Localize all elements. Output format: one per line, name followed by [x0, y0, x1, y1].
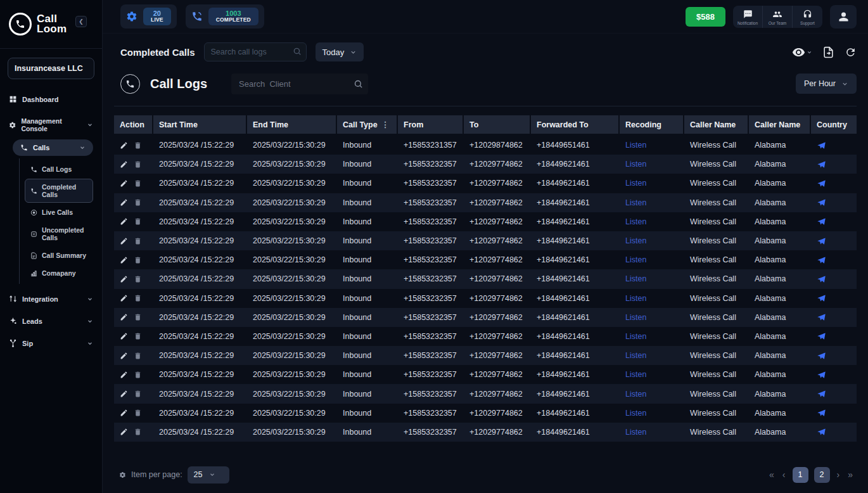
sidebar-item-leads[interactable]: Leads — [0, 310, 102, 332]
edit-icon[interactable] — [120, 275, 128, 283]
previous-page-button[interactable]: ‹ — [781, 470, 787, 480]
listen-link[interactable]: Listen — [620, 255, 684, 264]
delete-icon[interactable] — [134, 141, 142, 150]
page-1-button[interactable]: 1 — [793, 467, 808, 483]
listen-link[interactable]: Listen — [620, 313, 684, 322]
delete-icon[interactable] — [134, 237, 142, 245]
country-bird-icon[interactable] — [817, 179, 826, 188]
last-page-button[interactable]: » — [846, 470, 854, 480]
search-client-input[interactable] — [231, 74, 368, 94]
delete-icon[interactable] — [134, 294, 142, 302]
our-team-button[interactable]: Our Team — [763, 6, 793, 28]
delete-icon[interactable] — [134, 409, 142, 417]
sidebar-item-dashboard[interactable]: Dashboard — [0, 88, 102, 110]
sidebar-collapse-icon[interactable]: ❮ — [75, 16, 87, 27]
country-bird-icon[interactable] — [817, 312, 826, 322]
column-menu-icon[interactable]: ⋮ — [381, 120, 390, 129]
delete-icon[interactable] — [134, 160, 142, 169]
sidebar-item-call-summary[interactable]: Call Summary — [25, 247, 93, 264]
listen-link[interactable]: Listen — [620, 274, 684, 283]
sidebar-item-integration[interactable]: Integration — [0, 288, 102, 310]
edit-icon[interactable] — [120, 352, 128, 360]
delete-icon[interactable] — [134, 332, 142, 340]
country-bird-icon[interactable] — [817, 389, 826, 399]
delete-icon[interactable] — [134, 428, 142, 436]
delete-icon[interactable] — [134, 256, 142, 264]
page-2-button[interactable]: 2 — [814, 467, 830, 483]
listen-link[interactable]: Listen — [620, 160, 684, 169]
edit-icon[interactable] — [120, 313, 128, 321]
live-calls-badge[interactable]: 20 LIVE — [120, 4, 177, 29]
listen-link[interactable]: Listen — [620, 236, 684, 245]
sidebar-item-company[interactable]: Comapany — [25, 265, 93, 281]
country-bird-icon[interactable] — [817, 351, 826, 361]
country-bird-icon[interactable] — [817, 293, 826, 303]
country-bird-icon[interactable] — [817, 408, 826, 418]
completed-calls-badge[interactable]: 1003 COMPLETED — [186, 4, 264, 29]
balance-button[interactable]: $588 — [686, 7, 725, 27]
delete-icon[interactable] — [134, 179, 142, 188]
interval-filter-dropdown[interactable]: Per Hour — [796, 74, 857, 94]
delete-icon[interactable] — [134, 198, 142, 207]
edit-icon[interactable] — [120, 141, 128, 150]
listen-link[interactable]: Listen — [620, 332, 684, 341]
delete-icon[interactable] — [134, 275, 142, 283]
visibility-toggle-button[interactable] — [792, 46, 812, 59]
refresh-button[interactable] — [845, 46, 857, 58]
edit-icon[interactable] — [120, 409, 128, 417]
edit-icon[interactable] — [120, 332, 128, 340]
sidebar-item-call-logs[interactable]: Call Logs — [25, 161, 93, 177]
edit-icon[interactable] — [120, 198, 128, 207]
country-bird-icon[interactable] — [817, 427, 826, 437]
delete-icon[interactable] — [134, 352, 142, 360]
edit-icon[interactable] — [120, 179, 128, 188]
listen-link[interactable]: Listen — [620, 370, 684, 379]
listen-link[interactable]: Listen — [620, 179, 684, 188]
country-bird-icon[interactable] — [817, 160, 826, 169]
edit-icon[interactable] — [120, 428, 128, 436]
date-filter-dropdown[interactable]: Today — [316, 42, 364, 61]
delete-icon[interactable] — [134, 313, 142, 321]
country-bird-icon[interactable] — [817, 274, 826, 284]
listen-link[interactable]: Listen — [620, 428, 684, 437]
first-page-button[interactable]: « — [768, 470, 775, 480]
listen-link[interactable]: Listen — [620, 141, 684, 150]
edit-icon[interactable] — [120, 256, 128, 264]
edit-icon[interactable] — [120, 160, 128, 169]
listen-link[interactable]: Listen — [620, 198, 684, 207]
country-bird-icon[interactable] — [817, 255, 826, 265]
next-page-button[interactable]: › — [836, 470, 841, 480]
sidebar-item-completed-calls[interactable]: Completed Calls — [25, 179, 93, 203]
country-bird-icon[interactable] — [817, 217, 826, 226]
listen-link[interactable]: Listen — [620, 217, 684, 226]
edit-icon[interactable] — [120, 217, 128, 226]
country-bird-icon[interactable] — [817, 141, 826, 150]
country-bird-icon[interactable] — [817, 198, 826, 207]
listen-link[interactable]: Listen — [620, 351, 684, 360]
support-button[interactable]: Support — [793, 6, 822, 28]
sidebar-item-live-calls[interactable]: Live Calls — [25, 204, 93, 221]
sidebar-item-management-console[interactable]: Management Console — [0, 110, 102, 139]
sidebar-item-uncompleted-calls[interactable]: Uncompleted Calls — [25, 222, 93, 246]
country-bird-icon[interactable] — [817, 370, 826, 380]
export-button[interactable] — [822, 46, 834, 58]
delete-icon[interactable] — [134, 217, 142, 226]
sidebar-item-sip[interactable]: Sip — [0, 332, 102, 354]
search-call-logs-input[interactable] — [204, 42, 307, 61]
end-time-cell: 2025/03/22/15:30:29 — [247, 217, 337, 226]
notification-button[interactable]: Notification — [733, 6, 763, 28]
listen-link[interactable]: Listen — [620, 294, 684, 303]
country-bird-icon[interactable] — [817, 331, 826, 341]
delete-icon[interactable] — [134, 390, 142, 398]
edit-icon[interactable] — [120, 294, 128, 302]
listen-link[interactable]: Listen — [620, 409, 684, 418]
items-per-page-dropdown[interactable]: 25 — [188, 466, 229, 483]
delete-icon[interactable] — [134, 371, 142, 379]
edit-icon[interactable] — [120, 371, 128, 379]
listen-link[interactable]: Listen — [620, 390, 684, 399]
edit-icon[interactable] — [120, 237, 128, 245]
sidebar-item-calls[interactable]: Calls — [13, 139, 93, 156]
edit-icon[interactable] — [120, 390, 128, 398]
country-bird-icon[interactable] — [817, 236, 826, 246]
user-avatar-button[interactable] — [830, 5, 857, 29]
